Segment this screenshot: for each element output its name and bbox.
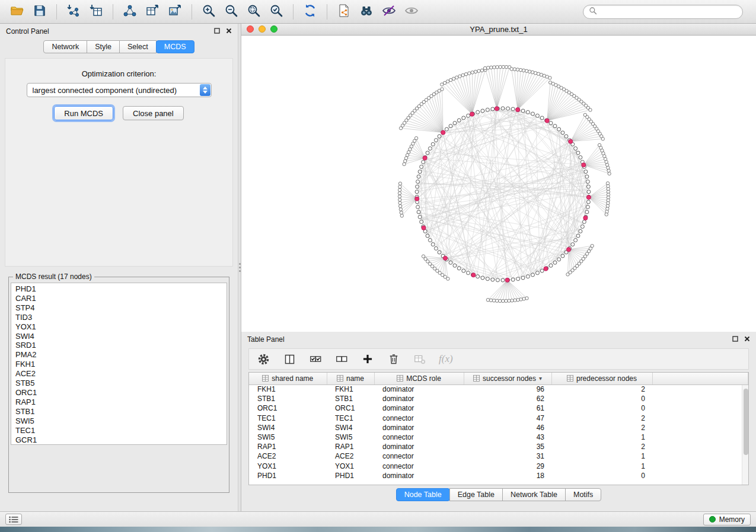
tab-style[interactable]: Style xyxy=(87,40,120,53)
search-box[interactable] xyxy=(583,5,743,19)
run-mcds-button[interactable]: Run MCDS xyxy=(54,106,113,120)
delete-column-button[interactable] xyxy=(387,352,401,366)
zoom-in-icon xyxy=(202,4,216,20)
mcds-result-item[interactable]: GCR1 xyxy=(11,435,227,445)
mcds-result-item[interactable]: ORC1 xyxy=(11,388,227,398)
close-panel-icon[interactable] xyxy=(744,335,750,344)
select-all-button[interactable] xyxy=(308,352,323,366)
window-close-icon[interactable] xyxy=(247,25,254,33)
column-header-successor-nodes[interactable]: successor nodes▾ xyxy=(464,373,551,384)
table-row-FKH1[interactable]: FKH1FKH1dominator962 xyxy=(249,384,748,394)
mcds-result-item[interactable]: SWI5 xyxy=(11,416,227,426)
mcds-result-item[interactable]: RAP1 xyxy=(11,398,227,407)
import-table-button[interactable] xyxy=(87,2,106,21)
table-row-RAP1[interactable]: RAP1RAP1dominator352 xyxy=(249,442,748,451)
criterion-select[interactable]: largest connected component (undirected) xyxy=(27,83,212,97)
scrollbar-thumb[interactable] xyxy=(744,389,748,455)
table-row-SWI5[interactable]: SWI5SWI5connector431 xyxy=(249,432,748,442)
table-row-SWI4[interactable]: SWI4SWI4dominator462 xyxy=(249,423,748,432)
mcds-result-title: MCDS result (17 nodes) xyxy=(13,273,94,281)
add-column-button[interactable] xyxy=(361,352,375,366)
new-network-button[interactable] xyxy=(120,2,139,21)
table-panel-tabs: Node TableEdge TableNetwork TableMotifs xyxy=(241,488,756,501)
tab-edge-table[interactable]: Edge Table xyxy=(449,488,503,501)
share-document-button[interactable] xyxy=(334,2,353,21)
table-row-YOX1[interactable]: YOX1YOX1connector291 xyxy=(249,462,748,471)
import-network-button[interactable] xyxy=(64,2,83,21)
zoom-fit-button[interactable] xyxy=(244,2,263,21)
splitter-handle-icon xyxy=(239,263,241,272)
export-table-button[interactable] xyxy=(143,2,162,21)
toolbar-separator xyxy=(192,4,192,20)
save-session-button[interactable] xyxy=(30,2,49,21)
mcds-result-item[interactable]: STB1 xyxy=(11,407,227,416)
tab-node-table[interactable]: Node Table xyxy=(396,488,450,501)
memory-button[interactable]: Memory xyxy=(703,514,751,525)
mcds-result-item[interactable]: TEC1 xyxy=(11,426,227,435)
mcds-result-item[interactable]: YOX1 xyxy=(11,322,227,332)
binoculars-icon xyxy=(359,4,374,20)
plus-icon xyxy=(362,353,374,365)
status-bar: Memory xyxy=(0,511,756,527)
table-row-STB1[interactable]: STB1STB1dominator620 xyxy=(249,394,748,403)
network-nodes-icon xyxy=(123,4,137,20)
tab-motifs[interactable]: Motifs xyxy=(565,488,601,501)
mcds-result-item[interactable]: PHD1 xyxy=(11,284,227,294)
hide-selected-button[interactable] xyxy=(379,2,398,21)
zoom-out-button[interactable] xyxy=(222,2,241,21)
mcds-result-item[interactable]: ACE2 xyxy=(11,369,227,379)
column-header-predecessor-nodes[interactable]: predecessor nodes xyxy=(551,373,652,384)
table-row-PHD1[interactable]: PHD1PHD1dominator180 xyxy=(249,471,748,480)
zoom-selected-button[interactable] xyxy=(267,2,286,21)
import-table-icon xyxy=(89,4,103,20)
find-button[interactable] xyxy=(357,2,376,21)
column-chooser-button[interactable] xyxy=(282,352,296,366)
mcds-result-item[interactable]: CAR1 xyxy=(11,294,227,303)
table-row-ORC1[interactable]: ORC1ORC1dominator610 xyxy=(249,403,748,413)
network-titlebar[interactable]: YPA_prune.txt_1 xyxy=(241,24,756,36)
tab-select[interactable]: Select xyxy=(119,40,157,53)
tab-network[interactable]: Network xyxy=(43,40,87,53)
columns-icon xyxy=(283,353,296,366)
deselect-all-button[interactable] xyxy=(334,352,349,366)
panel-menu-button[interactable] xyxy=(5,514,22,525)
window-zoom-icon[interactable] xyxy=(270,25,277,33)
column-header-MCDS-role[interactable]: MCDS role xyxy=(374,373,464,384)
network-graph[interactable] xyxy=(241,36,756,332)
node-table-body: FKH1FKH1dominator962STB1STB1dominator620… xyxy=(249,384,748,480)
mcds-result-item[interactable]: STB5 xyxy=(11,379,227,388)
show-all-button[interactable] xyxy=(402,2,421,21)
float-panel-icon[interactable] xyxy=(214,27,220,36)
close-panel-button[interactable]: Close panel xyxy=(123,106,184,120)
table-row-TEC1[interactable]: TEC1TEC1connector472 xyxy=(249,414,748,423)
tab-mcds[interactable]: MCDS xyxy=(156,40,194,53)
refresh-layout-button[interactable] xyxy=(301,2,320,21)
float-panel-icon[interactable] xyxy=(732,335,738,344)
close-panel-icon[interactable] xyxy=(226,27,232,36)
column-header-name[interactable]: name xyxy=(327,373,374,384)
zoom-out-icon xyxy=(224,4,238,20)
table-panel-title: Table Panel xyxy=(247,335,285,344)
export-image-button[interactable] xyxy=(165,2,184,21)
mcds-result-item[interactable]: SRD1 xyxy=(11,341,227,350)
mcds-result-item[interactable]: STP4 xyxy=(11,303,227,313)
function-builder-button: f(x) xyxy=(439,353,453,365)
open-session-button[interactable] xyxy=(8,2,27,21)
toolbar-separator xyxy=(293,4,294,20)
mcds-result-box: MCDS result (17 nodes) PHD1CAR1STP4TID3Y… xyxy=(8,273,229,493)
table-settings-button[interactable] xyxy=(256,352,270,366)
table-row-ACE2[interactable]: ACE2ACE2connector311 xyxy=(249,451,748,461)
mcds-result-item[interactable]: TID3 xyxy=(11,313,227,322)
chevron-down-icon[interactable]: ▾ xyxy=(539,375,542,382)
mcds-result-list[interactable]: PHD1CAR1STP4TID3YOX1SWI4SRD1PMA2FKH1ACE2… xyxy=(11,283,227,445)
zoom-in-button[interactable] xyxy=(199,2,218,21)
mcds-result-item[interactable]: FKH1 xyxy=(11,360,227,369)
table-scrollbar[interactable] xyxy=(742,385,748,485)
column-header-shared-name[interactable]: shared name xyxy=(249,373,327,384)
mcds-result-item[interactable]: SWI4 xyxy=(11,332,227,341)
search-input[interactable] xyxy=(600,7,737,16)
tab-network-table[interactable]: Network Table xyxy=(502,488,566,501)
network-canvas[interactable] xyxy=(241,36,756,332)
mcds-result-item[interactable]: PMA2 xyxy=(11,350,227,360)
window-minimize-icon[interactable] xyxy=(259,25,266,33)
